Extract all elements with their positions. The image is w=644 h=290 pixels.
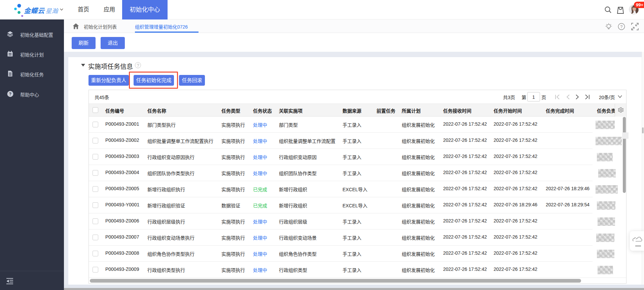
svg-text:?: ? — [620, 25, 623, 29]
svg-text:?: ? — [9, 92, 11, 96]
